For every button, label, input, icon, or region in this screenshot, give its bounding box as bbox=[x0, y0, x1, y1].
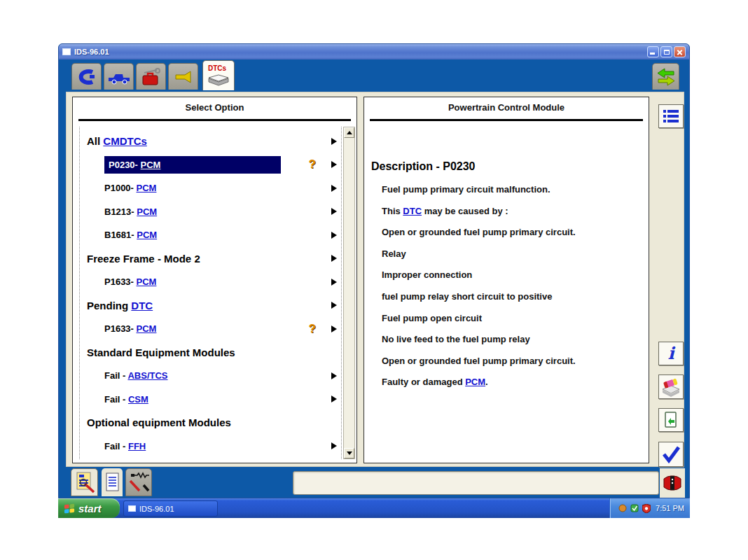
content-area: Select Option All CMDTCsP0230- PCM?P1000… bbox=[66, 92, 684, 467]
glossary-link[interactable]: DTC bbox=[403, 206, 422, 216]
session-document-button[interactable] bbox=[658, 408, 684, 432]
row-text: P1000- bbox=[104, 183, 137, 193]
section-header-row[interactable]: Pending DTC bbox=[80, 294, 341, 318]
switch-screens-button[interactable] bbox=[652, 63, 679, 90]
expand-arrow-icon[interactable] bbox=[331, 138, 337, 145]
restore-icon bbox=[664, 50, 670, 55]
row-text: Fail - bbox=[104, 441, 128, 451]
dtc-list-item[interactable]: P0230- PCM? bbox=[80, 153, 341, 177]
speaker-icon[interactable] bbox=[618, 504, 627, 512]
confirm-button[interactable] bbox=[658, 442, 684, 467]
menu-button[interactable] bbox=[658, 104, 684, 128]
expand-arrow-icon[interactable] bbox=[331, 185, 337, 192]
module-link[interactable]: PCM bbox=[137, 206, 157, 217]
expand-arrow-icon[interactable] bbox=[331, 161, 337, 168]
glossary-link[interactable]: PCM bbox=[465, 377, 485, 387]
detail-panel: Powertrain Control Module Description - … bbox=[363, 97, 649, 463]
row-text: B1213- bbox=[104, 206, 137, 217]
view-recording-tab[interactable] bbox=[71, 468, 98, 496]
circuit-test-tab[interactable] bbox=[125, 468, 152, 496]
tab-dtcs[interactable]: DTCs bbox=[202, 60, 235, 90]
help-question-icon[interactable]: ? bbox=[309, 158, 316, 172]
report-tab[interactable] bbox=[102, 468, 123, 496]
minimize-button[interactable] bbox=[647, 46, 659, 57]
module-link[interactable]: DTC bbox=[131, 300, 153, 312]
expand-arrow-icon[interactable] bbox=[331, 232, 337, 239]
description-line: fuel pump relay short circuit to positiv… bbox=[382, 291, 644, 302]
row-text: Freeze Frame - Mode 2 bbox=[87, 253, 200, 265]
tab-toolbox[interactable] bbox=[136, 63, 166, 90]
row-text: B1681- bbox=[104, 230, 137, 240]
system-tray: 7:51 PM bbox=[609, 498, 690, 518]
truck-icon bbox=[107, 69, 131, 85]
module-link[interactable]: PCM bbox=[137, 183, 157, 193]
window-icon bbox=[62, 48, 71, 55]
start-button[interactable]: start bbox=[58, 498, 120, 518]
row-text: Fail - bbox=[104, 394, 128, 405]
task-icon bbox=[128, 505, 136, 512]
expand-arrow-icon[interactable] bbox=[331, 326, 337, 332]
module-link[interactable]: CMDTCs bbox=[103, 135, 147, 147]
tab-vehicle[interactable] bbox=[104, 63, 134, 90]
info-button[interactable]: i bbox=[658, 342, 684, 365]
dtc-list-item[interactable]: B1681- PCM bbox=[80, 223, 341, 247]
message-field[interactable] bbox=[293, 471, 659, 495]
dtc-list-item[interactable]: Fail - FFH bbox=[80, 435, 341, 458]
description-line: Open or grounded fuel pump primary circu… bbox=[382, 227, 644, 238]
module-link[interactable]: PCM bbox=[137, 276, 157, 287]
expand-arrow-icon[interactable] bbox=[331, 442, 337, 449]
tab-tools[interactable] bbox=[168, 63, 198, 90]
section-header-row[interactable]: All CMDTCs bbox=[80, 130, 341, 153]
section-header-row[interactable]: Freeze Frame - Mode 2 bbox=[80, 247, 341, 271]
row-text: P1633- bbox=[104, 323, 137, 334]
selected-row-label: P0230- PCM bbox=[104, 156, 281, 174]
top-toolbar: DTCs bbox=[69, 62, 679, 91]
module-link[interactable]: PCM bbox=[137, 230, 157, 240]
row-label: P1633- PCM bbox=[104, 323, 156, 334]
app-window: IDS-96.01 bbox=[58, 43, 690, 498]
description-line: No live feed to the fuel pump relay bbox=[382, 334, 644, 345]
scroll-down-button[interactable] bbox=[344, 448, 354, 458]
dtc-list-item[interactable]: P1633- PCM? bbox=[80, 317, 341, 341]
dtc-list-item[interactable]: B1213- PCM bbox=[80, 200, 341, 224]
expand-arrow-icon[interactable] bbox=[331, 302, 337, 309]
section-header-row[interactable]: Standard Equipment Modules bbox=[80, 341, 341, 365]
svg-text:DTCs: DTCs bbox=[208, 64, 227, 72]
expand-arrow-icon[interactable] bbox=[331, 396, 337, 402]
section-header-row[interactable]: Optional equipment Modules bbox=[80, 411, 341, 435]
description-line: Open or grounded fuel pump primary circu… bbox=[382, 356, 644, 367]
option-list-scrollbar[interactable] bbox=[343, 127, 355, 459]
expand-arrow-icon[interactable] bbox=[331, 279, 337, 286]
module-link[interactable]: FFH bbox=[128, 441, 146, 451]
restore-button[interactable] bbox=[660, 46, 672, 57]
security-alert-icon[interactable] bbox=[642, 504, 651, 513]
expand-arrow-icon[interactable] bbox=[331, 208, 337, 215]
row-label: P1633- PCM bbox=[104, 276, 156, 287]
taskbar: start IDS-96.01 7:51 PM bbox=[58, 498, 690, 518]
help-question-icon[interactable]: ? bbox=[309, 322, 316, 336]
title-bar: IDS-96.01 bbox=[59, 44, 689, 59]
close-button[interactable] bbox=[674, 46, 686, 57]
dtc-list-item[interactable]: P1633- PCM bbox=[80, 270, 341, 294]
row-label: Fail - ABS/TCS bbox=[104, 370, 168, 381]
module-link[interactable]: PCM bbox=[141, 160, 161, 170]
erase-dtc-button[interactable] bbox=[658, 374, 684, 399]
module-link[interactable]: CSM bbox=[128, 394, 148, 405]
expand-arrow-icon[interactable] bbox=[331, 255, 337, 262]
vcm-device-icon bbox=[663, 475, 682, 491]
window-title: IDS-96.01 bbox=[74, 48, 109, 56]
description-heading: Description - P0230 bbox=[371, 160, 644, 173]
scroll-up-button[interactable] bbox=[344, 127, 354, 138]
dtc-list-item[interactable]: P1000- PCM bbox=[80, 176, 341, 200]
module-link[interactable]: PCM bbox=[137, 323, 157, 334]
module-link[interactable]: ABS/TCS bbox=[127, 370, 167, 381]
list-icon bbox=[662, 108, 680, 125]
dtc-list-item[interactable]: Fail - CSM bbox=[80, 388, 341, 412]
taskbar-task-ids[interactable]: IDS-96.01 bbox=[123, 500, 218, 517]
antivirus-icon[interactable] bbox=[630, 504, 639, 512]
task-label: IDS-96.01 bbox=[139, 505, 174, 513]
expand-arrow-icon[interactable] bbox=[331, 372, 337, 379]
dtc-list-item[interactable]: Fail - ABS/TCS bbox=[80, 364, 341, 388]
tab-brand[interactable] bbox=[71, 63, 102, 90]
checkmark-icon bbox=[661, 445, 681, 463]
